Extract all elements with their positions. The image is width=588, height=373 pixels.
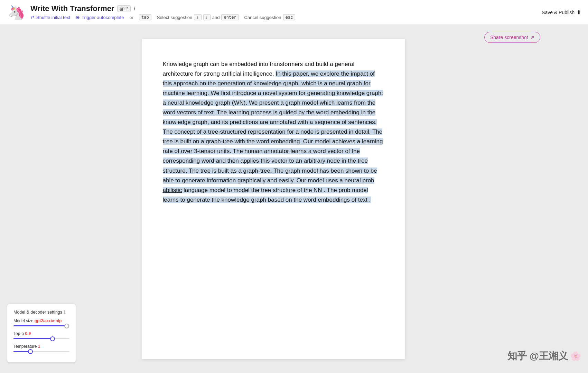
app-title: Write With Transformer [30, 4, 114, 13]
esc-key[interactable]: esc [283, 14, 296, 20]
temperature-value: 1 [38, 344, 40, 349]
info-icon[interactable]: ℹ [133, 6, 135, 11]
trigger-autocomplete-button[interactable]: ⊕ Trigger autocomplete [76, 15, 124, 20]
top-p-slider-fill [13, 338, 53, 339]
model-badge[interactable]: gpt2 [117, 5, 131, 12]
save-publish-button[interactable]: Save & Publish ⬆ [542, 9, 581, 16]
right-sidebar: Share screenshot ↗ [477, 25, 588, 373]
header-right: Save & Publish ⬆ [542, 9, 581, 16]
main-content: Knowledge graph can be embedded into tra… [0, 25, 588, 373]
header-title-row: Write With Transformer gpt2 ℹ [30, 4, 295, 13]
text-highlighted-block: In this paper, we explore the impact of … [163, 70, 383, 203]
settings-panel: Model & decoder settings ℹ Model size gp… [7, 304, 76, 363]
share-screenshot-label: Share screenshot [490, 35, 528, 40]
share-screenshot-button[interactable]: Share screenshot ↗ [484, 32, 540, 43]
logo: 🦄 [7, 3, 26, 22]
up-key[interactable]: ↑ [194, 14, 201, 20]
top-p-label: Top-p 0.9 [13, 331, 69, 336]
tab-key[interactable]: tab [139, 14, 151, 20]
cancel-label: Cancel suggestion [244, 15, 281, 20]
and-text: and [212, 15, 220, 20]
enter-key[interactable]: enter [221, 14, 239, 20]
cancel-suggestion-text: Cancel suggestion esc [244, 14, 296, 20]
trigger-icon: ⊕ [76, 15, 80, 20]
header-left: 🦄 Write With Transformer gpt2 ℹ ⇄ Shuffl… [7, 3, 295, 22]
shuffle-button[interactable]: ⇄ Shuffle initial text [30, 15, 70, 20]
temperature-slider-thumb[interactable] [28, 349, 33, 354]
document-paper: Knowledge graph can be embedded into tra… [142, 39, 405, 359]
document-text[interactable]: Knowledge graph can be embedded into tra… [163, 59, 384, 205]
temperature-slider-track[interactable] [13, 351, 69, 352]
publish-icon: ⬆ [577, 9, 581, 16]
top-p-slider-thumb[interactable] [50, 336, 55, 341]
select-suggestion-text: Select suggestion ↑ ↓ and enter [157, 14, 239, 20]
external-link-icon: ↗ [530, 35, 534, 40]
temperature-row: Temperature 1 [13, 344, 69, 352]
down-key[interactable]: ↓ [203, 14, 211, 20]
header-title-area: Write With Transformer gpt2 ℹ ⇄ Shuffle … [30, 4, 295, 20]
or-text: or [129, 15, 133, 20]
header: 🦄 Write With Transformer gpt2 ℹ ⇄ Shuffl… [0, 0, 588, 25]
model-size-row: Model size gpt2/arxiv-nlp [13, 318, 69, 326]
shuffle-icon: ⇄ [30, 15, 35, 20]
top-p-value: 0.9 [25, 331, 31, 336]
model-size-slider-track[interactable] [13, 325, 69, 326]
temperature-label: Temperature 1 [13, 344, 69, 349]
document-wrapper: Knowledge graph can be embedded into tra… [69, 25, 477, 373]
model-size-slider-fill [13, 325, 67, 326]
panel-info-icon[interactable]: ℹ [64, 309, 66, 315]
model-size-slider-thumb[interactable] [64, 324, 69, 328]
panel-title-text: Model & decoder settings [13, 310, 62, 315]
shuffle-label: Shuffle initial text [36, 15, 70, 20]
model-size-label: Model size gpt2/arxiv-nlp [13, 318, 69, 323]
save-publish-label: Save & Publish [542, 10, 575, 15]
top-p-row: Top-p 0.9 [13, 331, 69, 339]
top-p-slider-track[interactable] [13, 338, 69, 339]
panel-title: Model & decoder settings ℹ [13, 309, 69, 315]
toolbar-row: ⇄ Shuffle initial text ⊕ Trigger autocom… [30, 14, 295, 20]
model-size-value: gpt2/arxiv-nlp [35, 318, 62, 323]
text-underlined: abilistic [163, 187, 182, 193]
trigger-label: Trigger autocomplete [82, 15, 124, 20]
select-label: Select suggestion [157, 15, 193, 20]
